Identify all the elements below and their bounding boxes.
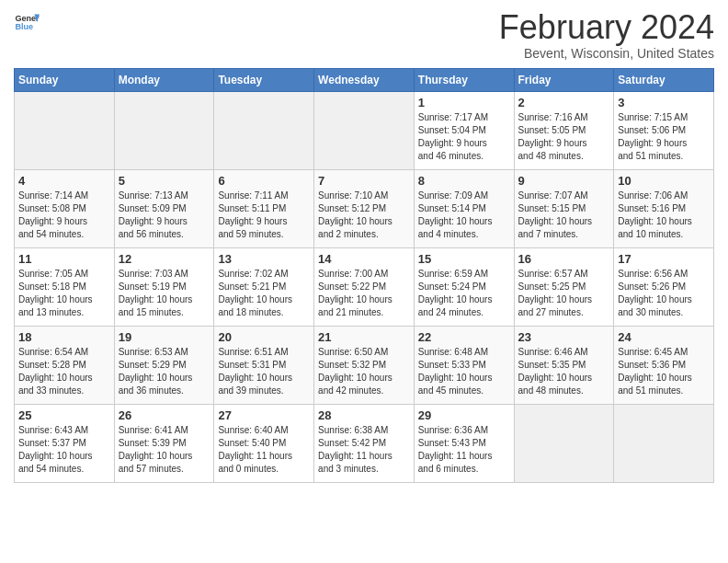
logo: General Blue — [14, 9, 40, 35]
day-number: 7 — [318, 174, 410, 188]
day-number: 2 — [518, 96, 610, 109]
day-info: Sunrise: 7:15 AM Sunset: 5:06 PM Dayligh… — [618, 111, 710, 163]
day-info: Sunrise: 6:57 AM Sunset: 5:25 PM Dayligh… — [518, 268, 610, 319]
calendar-cell — [514, 404, 614, 482]
day-info: Sunrise: 7:11 AM Sunset: 5:11 PM Dayligh… — [218, 190, 310, 241]
day-number: 4 — [18, 174, 110, 188]
day-info: Sunrise: 6:51 AM Sunset: 5:31 PM Dayligh… — [218, 346, 310, 397]
day-number: 14 — [318, 252, 410, 266]
calendar-cell: 11Sunrise: 7:05 AM Sunset: 5:18 PM Dayli… — [15, 247, 115, 326]
calendar-cell: 17Sunrise: 6:56 AM Sunset: 5:26 PM Dayli… — [614, 247, 714, 326]
calendar-cell: 4Sunrise: 7:14 AM Sunset: 5:08 PM Daylig… — [15, 169, 115, 247]
day-info: Sunrise: 7:16 AM Sunset: 5:05 PM Dayligh… — [518, 111, 610, 163]
calendar-cell — [214, 91, 314, 169]
day-number: 19 — [119, 330, 210, 344]
day-number: 1 — [418, 96, 510, 109]
day-info: Sunrise: 6:59 AM Sunset: 5:24 PM Dayligh… — [418, 268, 510, 319]
day-info: Sunrise: 7:14 AM Sunset: 5:08 PM Dayligh… — [18, 190, 110, 241]
calendar-cell: 1Sunrise: 7:17 AM Sunset: 5:04 PM Daylig… — [414, 91, 514, 169]
col-header-thursday: Thursday — [414, 68, 514, 91]
calendar-cell: 9Sunrise: 7:07 AM Sunset: 5:15 PM Daylig… — [514, 169, 614, 247]
subtitle: Bevent, Wisconsin, United States — [499, 46, 714, 61]
day-info: Sunrise: 6:53 AM Sunset: 5:29 PM Dayligh… — [119, 346, 210, 397]
week-row-4: 18Sunrise: 6:54 AM Sunset: 5:28 PM Dayli… — [15, 326, 714, 404]
calendar-cell: 10Sunrise: 7:06 AM Sunset: 5:16 PM Dayli… — [614, 169, 714, 247]
calendar-cell: 18Sunrise: 6:54 AM Sunset: 5:28 PM Dayli… — [15, 326, 115, 404]
day-info: Sunrise: 7:09 AM Sunset: 5:14 PM Dayligh… — [418, 190, 510, 241]
day-info: Sunrise: 7:06 AM Sunset: 5:16 PM Dayligh… — [618, 190, 710, 241]
day-info: Sunrise: 6:48 AM Sunset: 5:33 PM Dayligh… — [418, 346, 510, 397]
day-number: 22 — [418, 330, 510, 344]
calendar-cell: 19Sunrise: 6:53 AM Sunset: 5:29 PM Dayli… — [114, 326, 214, 404]
day-number: 3 — [618, 96, 710, 109]
week-row-1: 1Sunrise: 7:17 AM Sunset: 5:04 PM Daylig… — [15, 91, 714, 169]
day-number: 11 — [18, 252, 110, 266]
day-info: Sunrise: 6:38 AM Sunset: 5:42 PM Dayligh… — [318, 424, 410, 476]
day-info: Sunrise: 6:54 AM Sunset: 5:28 PM Dayligh… — [18, 346, 110, 397]
day-number: 23 — [518, 330, 610, 344]
col-header-tuesday: Tuesday — [214, 68, 314, 91]
day-info: Sunrise: 7:13 AM Sunset: 5:09 PM Dayligh… — [119, 190, 210, 241]
calendar-cell: 7Sunrise: 7:10 AM Sunset: 5:12 PM Daylig… — [314, 169, 415, 247]
logo-icon: General Blue — [14, 9, 40, 35]
col-header-sunday: Sunday — [15, 68, 115, 91]
day-info: Sunrise: 6:50 AM Sunset: 5:32 PM Dayligh… — [318, 346, 410, 397]
day-number: 18 — [18, 330, 110, 344]
week-row-5: 25Sunrise: 6:43 AM Sunset: 5:37 PM Dayli… — [15, 404, 714, 482]
calendar-cell: 21Sunrise: 6:50 AM Sunset: 5:32 PM Dayli… — [314, 326, 415, 404]
calendar-cell — [614, 404, 714, 482]
calendar-cell: 2Sunrise: 7:16 AM Sunset: 5:05 PM Daylig… — [514, 91, 614, 169]
calendar-cell: 3Sunrise: 7:15 AM Sunset: 5:06 PM Daylig… — [614, 91, 714, 169]
day-number: 17 — [618, 252, 710, 266]
calendar-cell: 24Sunrise: 6:45 AM Sunset: 5:36 PM Dayli… — [614, 326, 714, 404]
day-number: 26 — [119, 408, 210, 422]
day-info: Sunrise: 6:36 AM Sunset: 5:43 PM Dayligh… — [418, 424, 510, 476]
week-row-3: 11Sunrise: 7:05 AM Sunset: 5:18 PM Dayli… — [15, 247, 714, 326]
header-row: SundayMondayTuesdayWednesdayThursdayFrid… — [15, 68, 714, 91]
page-header: General Blue February 2024 Bevent, Wisco… — [14, 9, 714, 61]
day-number: 27 — [218, 408, 310, 422]
col-header-wednesday: Wednesday — [314, 68, 415, 91]
day-info: Sunrise: 7:03 AM Sunset: 5:19 PM Dayligh… — [119, 268, 210, 319]
day-info: Sunrise: 7:00 AM Sunset: 5:22 PM Dayligh… — [318, 268, 410, 319]
col-header-monday: Monday — [114, 68, 214, 91]
calendar-cell: 12Sunrise: 7:03 AM Sunset: 5:19 PM Dayli… — [114, 247, 214, 326]
col-header-saturday: Saturday — [614, 68, 714, 91]
day-number: 8 — [418, 174, 510, 188]
day-info: Sunrise: 6:45 AM Sunset: 5:36 PM Dayligh… — [618, 346, 710, 397]
calendar-table: SundayMondayTuesdayWednesdayThursdayFrid… — [14, 68, 714, 483]
day-info: Sunrise: 6:56 AM Sunset: 5:26 PM Dayligh… — [618, 268, 710, 319]
calendar-cell — [314, 91, 415, 169]
main-title: February 2024 — [499, 9, 714, 46]
day-info: Sunrise: 6:43 AM Sunset: 5:37 PM Dayligh… — [18, 424, 110, 476]
day-info: Sunrise: 6:46 AM Sunset: 5:35 PM Dayligh… — [518, 346, 610, 397]
calendar-cell: 6Sunrise: 7:11 AM Sunset: 5:11 PM Daylig… — [214, 169, 314, 247]
day-info: Sunrise: 7:07 AM Sunset: 5:15 PM Dayligh… — [518, 190, 610, 241]
col-header-friday: Friday — [514, 68, 614, 91]
day-number: 21 — [318, 330, 410, 344]
week-row-2: 4Sunrise: 7:14 AM Sunset: 5:08 PM Daylig… — [15, 169, 714, 247]
calendar-cell — [114, 91, 214, 169]
calendar-cell: 27Sunrise: 6:40 AM Sunset: 5:40 PM Dayli… — [214, 404, 314, 482]
day-number: 20 — [218, 330, 310, 344]
day-number: 5 — [119, 174, 210, 188]
day-info: Sunrise: 7:02 AM Sunset: 5:21 PM Dayligh… — [218, 268, 310, 319]
day-info: Sunrise: 6:40 AM Sunset: 5:40 PM Dayligh… — [218, 424, 310, 476]
day-number: 16 — [518, 252, 610, 266]
calendar-cell: 5Sunrise: 7:13 AM Sunset: 5:09 PM Daylig… — [114, 169, 214, 247]
day-info: Sunrise: 7:17 AM Sunset: 5:04 PM Dayligh… — [418, 111, 510, 163]
svg-text:Blue: Blue — [15, 22, 33, 31]
day-number: 28 — [318, 408, 410, 422]
calendar-cell: 28Sunrise: 6:38 AM Sunset: 5:42 PM Dayli… — [314, 404, 415, 482]
day-info: Sunrise: 7:10 AM Sunset: 5:12 PM Dayligh… — [318, 190, 410, 241]
day-number: 13 — [218, 252, 310, 266]
day-number: 15 — [418, 252, 510, 266]
day-number: 29 — [418, 408, 510, 422]
day-number: 10 — [618, 174, 710, 188]
calendar-cell: 25Sunrise: 6:43 AM Sunset: 5:37 PM Dayli… — [15, 404, 115, 482]
calendar-cell: 29Sunrise: 6:36 AM Sunset: 5:43 PM Dayli… — [414, 404, 514, 482]
day-number: 6 — [218, 174, 310, 188]
title-block: February 2024 Bevent, Wisconsin, United … — [499, 9, 714, 61]
day-number: 12 — [119, 252, 210, 266]
day-info: Sunrise: 7:05 AM Sunset: 5:18 PM Dayligh… — [18, 268, 110, 319]
